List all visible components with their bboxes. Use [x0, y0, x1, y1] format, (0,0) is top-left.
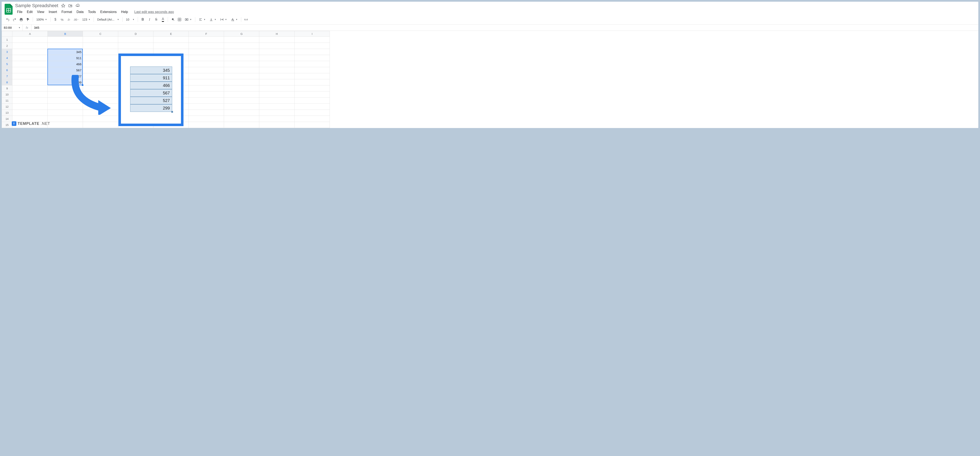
cell[interactable]	[259, 37, 294, 43]
row-header[interactable]: 13	[2, 110, 13, 116]
cell[interactable]	[224, 104, 259, 110]
cell[interactable]	[13, 73, 48, 79]
menu-edit[interactable]: Edit	[25, 9, 35, 15]
cell[interactable]	[259, 110, 294, 116]
cell[interactable]	[153, 98, 189, 104]
more-formats-dropdown[interactable]: 123▼	[81, 16, 92, 23]
cell[interactable]	[153, 79, 189, 86]
insert-link-button[interactable]	[243, 16, 249, 23]
cell[interactable]	[294, 61, 330, 67]
cell[interactable]	[153, 116, 189, 122]
cell[interactable]	[259, 104, 294, 110]
col-header[interactable]: E	[153, 31, 189, 37]
cell[interactable]	[189, 43, 224, 49]
cell[interactable]	[118, 55, 153, 61]
cell[interactable]	[83, 92, 118, 98]
cell[interactable]	[294, 55, 330, 61]
cell[interactable]	[118, 122, 153, 128]
redo-button[interactable]	[11, 16, 18, 23]
cell[interactable]: 911	[48, 55, 83, 61]
cell[interactable]	[189, 116, 224, 122]
cell[interactable]: 527	[48, 73, 83, 79]
cell[interactable]	[48, 43, 83, 49]
text-color-button[interactable]: A	[160, 16, 166, 23]
cell[interactable]	[118, 98, 153, 104]
cell[interactable]	[118, 73, 153, 79]
cell[interactable]	[224, 67, 259, 73]
cell[interactable]	[13, 86, 48, 92]
cell[interactable]	[153, 86, 189, 92]
cell[interactable]	[189, 67, 224, 73]
col-header[interactable]: A	[13, 31, 48, 37]
cell[interactable]	[83, 122, 118, 128]
cell[interactable]	[294, 116, 330, 122]
col-header[interactable]: G	[224, 31, 259, 37]
row-header[interactable]: 2	[2, 43, 13, 49]
col-header[interactable]: H	[259, 31, 294, 37]
doc-title[interactable]: Sample Spreadsheet	[15, 3, 58, 8]
cell[interactable]	[259, 92, 294, 98]
cell[interactable]	[294, 86, 330, 92]
col-header[interactable]: C	[83, 31, 118, 37]
cell[interactable]	[13, 37, 48, 43]
cell[interactable]	[224, 61, 259, 67]
cell[interactable]	[294, 79, 330, 86]
cell[interactable]	[189, 122, 224, 128]
cell[interactable]	[294, 98, 330, 104]
strikethrough-button[interactable]: S	[153, 16, 159, 23]
row-header[interactable]: 6	[2, 67, 13, 73]
cell[interactable]	[224, 73, 259, 79]
menu-extensions[interactable]: Extensions	[99, 9, 119, 15]
cell[interactable]	[13, 98, 48, 104]
menu-data[interactable]: Data	[75, 9, 86, 15]
cell[interactable]	[13, 104, 48, 110]
menu-view[interactable]: View	[35, 9, 46, 15]
cell[interactable]	[294, 104, 330, 110]
cell[interactable]	[48, 92, 83, 98]
cell[interactable]	[224, 116, 259, 122]
row-header[interactable]: 12	[2, 104, 13, 110]
cell[interactable]	[118, 67, 153, 73]
cell[interactable]	[189, 61, 224, 67]
cell[interactable]	[224, 43, 259, 49]
cell[interactable]: 299	[48, 79, 83, 86]
cell[interactable]	[189, 98, 224, 104]
cell[interactable]	[13, 67, 48, 73]
cell[interactable]	[83, 49, 118, 55]
select-all-corner[interactable]	[2, 31, 13, 37]
row-header[interactable]: 3	[2, 49, 13, 55]
cell[interactable]	[13, 61, 48, 67]
cell[interactable]	[224, 37, 259, 43]
cell[interactable]	[294, 49, 330, 55]
cell[interactable]	[224, 98, 259, 104]
row-header[interactable]: 5	[2, 61, 13, 67]
cell[interactable]	[153, 73, 189, 79]
cell[interactable]	[83, 79, 118, 86]
row-header[interactable]: 14	[2, 116, 13, 122]
row-header[interactable]: 7	[2, 73, 13, 79]
col-header[interactable]: F	[189, 31, 224, 37]
cell[interactable]	[153, 92, 189, 98]
horizontal-align-dropdown[interactable]: ▼	[197, 16, 207, 23]
cell[interactable]	[13, 55, 48, 61]
cell[interactable]	[83, 55, 118, 61]
cell[interactable]	[259, 116, 294, 122]
cell[interactable]	[83, 37, 118, 43]
fill-color-button[interactable]	[170, 16, 176, 23]
menu-file[interactable]: File	[15, 9, 24, 15]
cell[interactable]	[259, 55, 294, 61]
menu-format[interactable]: Format	[60, 9, 74, 15]
cell[interactable]	[153, 49, 189, 55]
cell[interactable]	[224, 55, 259, 61]
cell[interactable]	[224, 110, 259, 116]
row-header[interactable]: 15	[2, 122, 13, 128]
increase-decimal-button[interactable]: .00→	[72, 16, 80, 23]
cell[interactable]	[13, 79, 48, 86]
cell[interactable]	[118, 104, 153, 110]
cell[interactable]	[153, 37, 189, 43]
cell[interactable]	[118, 61, 153, 67]
cell[interactable]	[224, 92, 259, 98]
cell[interactable]	[189, 49, 224, 55]
cell[interactable]	[83, 110, 118, 116]
cell[interactable]	[294, 92, 330, 98]
